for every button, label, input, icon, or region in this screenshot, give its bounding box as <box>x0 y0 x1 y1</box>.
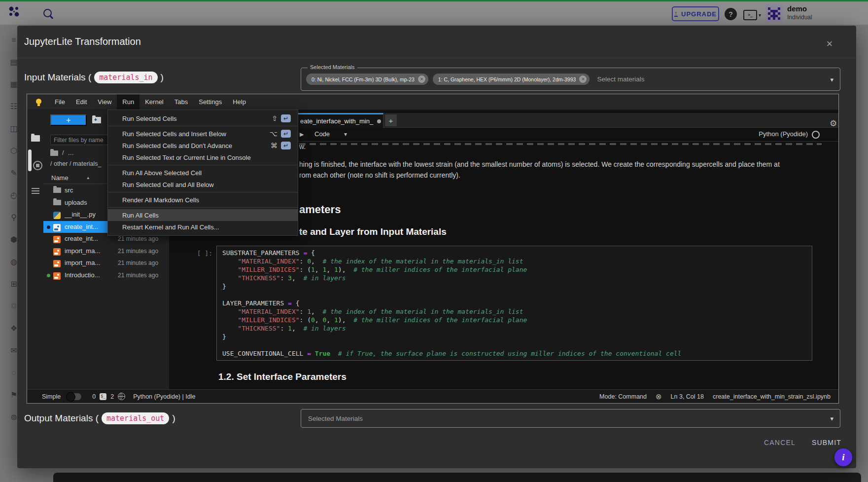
menu-shortcut: ⌘↵ <box>271 142 291 149</box>
dialog-title: JupyterLite Transformation <box>24 36 141 47</box>
code-line: "THICKNESS": 1, # in layers <box>222 324 681 333</box>
opt-key-icon: ⌥ <box>270 130 278 138</box>
folder-icon <box>53 200 61 205</box>
return-key-icon: ↵ <box>281 142 291 149</box>
close-icon[interactable]: × <box>822 37 837 51</box>
menu-shortcut: ⌥↵ <box>270 130 291 138</box>
cell-prompt: [ ]: <box>189 250 212 257</box>
output-materials-field[interactable]: Selected Materials ▾ <box>301 409 840 428</box>
output-label-text: Output Materials ( <box>24 413 99 424</box>
file-browser-icon[interactable] <box>31 135 40 142</box>
new-tab-button[interactable]: + <box>385 114 397 126</box>
submit-button[interactable]: SUBMIT <box>805 436 848 449</box>
run-cell-icon[interactable]: ▶ <box>300 131 304 138</box>
menu-separator <box>108 207 298 208</box>
code-line: SUBSTRATE_PARAMETERS = { <box>222 249 681 257</box>
info-fab[interactable]: i <box>834 448 852 466</box>
code-line: "MILLER_INDICES": (0, 0, 1), # the mille… <box>222 316 681 324</box>
select-materials-placeholder: Select materials <box>597 75 644 83</box>
menu-separator <box>108 192 298 192</box>
breadcrumb-root[interactable]: / <box>62 149 64 156</box>
menu-item-label: Run Selected Cell and All Below <box>122 181 214 188</box>
file-name: import_ma... <box>65 247 100 255</box>
code-line: LAYER_PARAMETERS = { <box>222 299 681 307</box>
material-chip[interactable]: 1: C, Graphene, HEX (P6/mmm) 2D (Monolay… <box>433 74 590 85</box>
sort-asc-icon: ▲ <box>86 176 90 180</box>
jupyter-statusbar: Simple 0 $_ 2 Python (Pyodide) | Idle Mo… <box>27 389 838 403</box>
run-menu-item[interactable]: Run All Cells <box>108 209 298 221</box>
name-column-header[interactable]: Name <box>51 174 69 182</box>
gear-icon[interactable]: ⚙ <box>830 118 837 129</box>
selected-materials-chips: 0: Ni, Nickel, FCC (Fm-3m) 3D (Bulk), mp… <box>301 68 823 90</box>
dropdown-caret-icon[interactable]: ▾ <box>830 415 833 422</box>
clipped-text-line <box>299 143 822 145</box>
menu-separator <box>108 126 298 126</box>
cell-type-dropdown[interactable]: Code <box>314 130 330 138</box>
kernels-count[interactable]: 2 <box>110 393 114 400</box>
table-of-contents-icon[interactable] <box>32 188 39 194</box>
selected-materials-field[interactable]: Selected Materials 0: Ni, Nickel, FCC (F… <box>301 68 840 91</box>
cursor-position[interactable]: Ln 3, Col 18 <box>671 393 704 400</box>
dropdown-caret-icon[interactable]: ▾ <box>830 75 833 83</box>
material-chip-label: 0: Ni, Nickel, FCC (Fm-3m) 3D (Bulk), mp… <box>312 76 415 82</box>
terminal-icon: $_ <box>100 393 106 400</box>
markdown-line-1: hing is finished, the interface with the… <box>299 160 780 169</box>
run-menu-item[interactable]: Run All Above Selected Cell <box>108 167 298 179</box>
return-key-icon: ↵ <box>281 114 291 122</box>
chip-remove-icon[interactable]: × <box>579 75 587 83</box>
breadcrumb-ellipsis[interactable]: … <box>68 149 74 156</box>
menubar-item-file[interactable]: File <box>49 94 70 110</box>
mode-indicator: Mode: Command <box>599 393 647 400</box>
kernel-name[interactable]: Python (Pyodide) <box>759 130 808 138</box>
new-folder-icon[interactable]: + <box>92 116 101 125</box>
run-menu-item[interactable]: Run Selected Text or Current Line in Con… <box>108 151 298 163</box>
code-lines: SUBSTRATE_PARAMETERS = { "MATERIAL_INDEX… <box>222 249 681 358</box>
run-menu-item[interactable]: Run Selected Cells⇧↵ <box>108 112 298 124</box>
run-menu-item[interactable]: Run Selected Cell and All Below <box>108 179 298 190</box>
code-line: "MATERIAL_INDEX": 1, # the index of the … <box>222 307 681 316</box>
run-menu-item[interactable]: Run Selected Cells and Insert Below⌥↵ <box>108 128 298 140</box>
breadcrumb[interactable]: / … <box>50 149 74 156</box>
file-name: src <box>65 186 73 194</box>
cancel-button[interactable]: CANCEL <box>759 436 800 449</box>
terminals-count[interactable]: 0 <box>92 393 96 400</box>
section-heading-fragment: ameters <box>299 203 341 216</box>
kernel-status-text: Python (Pyodide) | Idle <box>133 393 195 400</box>
file-row[interactable]: import_ma...21 minutes ago <box>43 257 169 269</box>
run-menu-item[interactable]: Run Selected Cells and Don't Advance⌘↵ <box>108 140 298 151</box>
chip-remove-icon[interactable]: × <box>418 75 425 83</box>
menubar-item-view[interactable]: View <box>92 94 117 110</box>
material-chip[interactable]: 0: Ni, Nickel, FCC (Fm-3m) 3D (Bulk), mp… <box>306 74 428 85</box>
run-menu: Run Selected Cells⇧↵Run Selected Cells a… <box>107 110 298 236</box>
input-label-text: Input Materials ( <box>24 72 91 83</box>
menubar-item-edit[interactable]: Edit <box>70 94 92 110</box>
new-launcher-button[interactable]: + <box>50 114 87 126</box>
folder-icon <box>50 150 58 156</box>
menubar-item-run[interactable]: Run <box>117 94 139 110</box>
notebook-icon <box>53 260 61 267</box>
python-icon <box>53 212 61 219</box>
run-menu-item[interactable]: Render All Markdown Cells <box>108 194 298 206</box>
code-line: "MATERIAL_INDEX": 0, # the index of the … <box>222 257 681 265</box>
material-chip-label: 1: C, Graphene, HEX (P6/mmm) 2D (Monolay… <box>438 76 576 82</box>
breadcrumb-path[interactable]: / other / materials_ <box>50 160 102 167</box>
run-menu-item[interactable]: Restart Kernel and Run All Cells... <box>108 221 298 233</box>
menubar-item-settings[interactable]: Settings <box>193 94 227 110</box>
kernel-status-icon[interactable] <box>812 131 820 139</box>
simple-mode-toggle[interactable] <box>67 393 81 400</box>
cmd-key-icon: ⌘ <box>271 142 278 149</box>
menubar-item-help[interactable]: Help <box>227 94 251 110</box>
cell-type-caret-icon[interactable]: ▾ <box>344 131 347 138</box>
running-sessions-icon[interactable] <box>33 161 42 170</box>
folder-icon <box>53 187 61 193</box>
jupyter-menubar: FileEditViewRunKernelTabsSettingsHelp <box>27 94 838 110</box>
return-key-icon: ↵ <box>281 130 291 138</box>
menubar-item-tabs[interactable]: Tabs <box>169 94 193 110</box>
file-row[interactable]: Introductio...21 minutes ago <box>43 269 169 282</box>
lightbulb-icon[interactable] <box>36 99 41 104</box>
menubar-item-kernel[interactable]: Kernel <box>139 94 169 110</box>
file-name: uploads <box>65 199 87 206</box>
code-line <box>222 291 681 299</box>
jupyter-menubar-items: FileEditViewRunKernelTabsSettingsHelp <box>49 94 251 110</box>
file-row[interactable]: import_ma...21 minutes ago <box>43 245 169 258</box>
